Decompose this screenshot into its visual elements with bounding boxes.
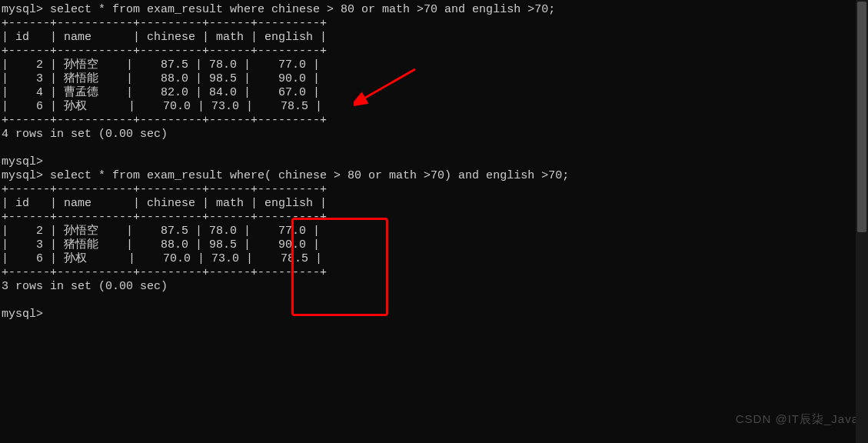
terminal-line-empty-prompt[interactable]: mysql> — [2, 155, 868, 169]
table2-border-top: +------+-----------+---------+------+---… — [2, 183, 868, 197]
table2-border-mid: +------+-----------+---------+------+---… — [2, 211, 868, 225]
blank-line — [2, 294, 868, 308]
table1-row: | 6 | 孙权 | 70.0 | 73.0 | 78.5 | — [2, 100, 868, 114]
table2-status: 3 rows in set (0.00 sec) — [2, 280, 868, 294]
query-text-2: select * from exam_result where( chinese… — [50, 169, 569, 182]
mysql-prompt: mysql> — [2, 155, 43, 168]
query-text-1: select * from exam_result where chinese … — [50, 3, 555, 16]
table2-row: | 3 | 猪悟能 | 88.0 | 98.5 | 90.0 | — [2, 238, 868, 252]
table1-row: | 3 | 猪悟能 | 88.0 | 98.5 | 90.0 | — [2, 72, 868, 86]
terminal-line-prompt1[interactable]: mysql> select * from exam_result where c… — [2, 3, 868, 17]
mysql-prompt: mysql> — [2, 169, 43, 182]
table2-header: | id | name | chinese | math | english | — [2, 197, 868, 211]
scrollbar-track[interactable] — [856, 0, 868, 443]
table2-border-bot: +------+-----------+---------+------+---… — [2, 266, 868, 280]
table1-row: | 4 | 曹孟德 | 82.0 | 84.0 | 67.0 | — [2, 86, 868, 100]
table1-status: 4 rows in set (0.00 sec) — [2, 128, 868, 142]
table1-border-bot: +------+-----------+---------+------+---… — [2, 114, 868, 128]
mysql-prompt: mysql> — [2, 308, 43, 321]
scrollbar-thumb[interactable] — [857, 2, 866, 232]
watermark-text: CSDN @IT辰柒_Java — [736, 412, 859, 426]
table1-border-mid: +------+-----------+---------+------+---… — [2, 45, 868, 58]
table1-header: | id | name | chinese | math | english | — [2, 31, 868, 45]
table2-row: | 6 | 孙权 | 70.0 | 73.0 | 78.5 | — [2, 252, 868, 266]
table1-border-top: +------+-----------+---------+------+---… — [2, 17, 868, 31]
table2-row: | 2 | 孙悟空 | 87.5 | 78.0 | 77.0 | — [2, 225, 868, 238]
table1-row: | 2 | 孙悟空 | 87.5 | 78.0 | 77.0 | — [2, 58, 868, 72]
terminal-line-final-prompt[interactable]: mysql> — [2, 308, 868, 321]
terminal-line-prompt2[interactable]: mysql> select * from exam_result where( … — [2, 169, 868, 183]
mysql-prompt: mysql> — [2, 3, 43, 16]
blank-line — [2, 142, 868, 155]
